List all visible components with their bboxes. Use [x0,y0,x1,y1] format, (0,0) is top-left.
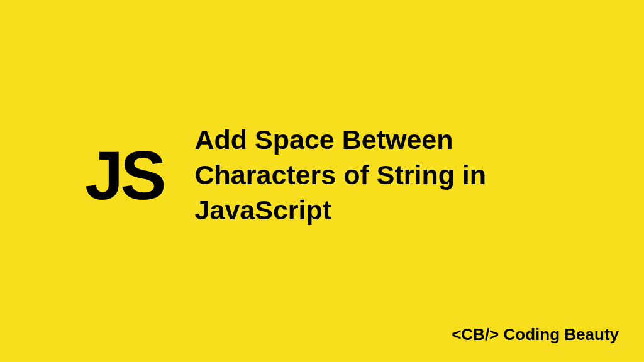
article-title: Add Space Between Characters of String i… [195,123,572,228]
main-content: JS Add Space Between Characters of Strin… [85,123,572,228]
footer-branding: <CB/> Coding Beauty [452,325,619,344]
brand-tag: <CB/> [452,325,499,344]
brand-name: Coding Beauty [504,325,619,344]
js-logo: JS [85,141,164,210]
